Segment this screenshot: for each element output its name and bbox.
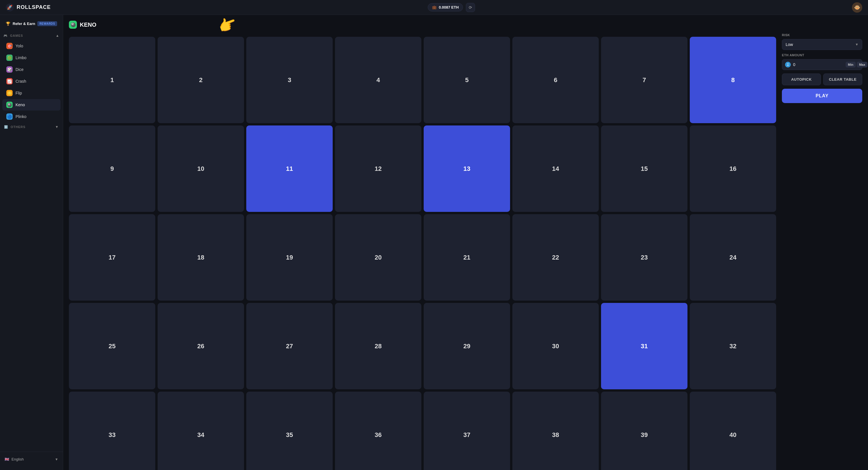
wallet-icon: 💼	[432, 5, 437, 9]
keno-cell-13[interactable]: 13	[424, 125, 510, 212]
others-left: ℹ️ OTHERS	[4, 125, 26, 129]
autopick-button[interactable]: AUTOPICK	[782, 74, 821, 85]
keno-cell-25[interactable]: 25	[69, 303, 155, 389]
keno-icon: 🎱	[6, 101, 12, 108]
app-name: ROLLSPACE	[17, 4, 51, 10]
keno-cell-4[interactable]: 4	[335, 37, 422, 123]
header: 🚀 ROLLSPACE 💼 0.0087 ETH ⟳ 🐵	[0, 0, 868, 15]
risk-value: Low	[786, 42, 793, 47]
keno-cell-30[interactable]: 30	[513, 303, 599, 389]
keno-cell-38[interactable]: 38	[513, 392, 599, 470]
keno-grid-container: 👉 12345678910111213141516171819202122232…	[69, 33, 776, 470]
keno-label: Keno	[16, 102, 25, 107]
games-chevron-icon: ▲	[56, 34, 59, 38]
keno-cell-19[interactable]: 19	[246, 214, 333, 301]
eth-amount-input[interactable]	[793, 62, 843, 67]
language-selector[interactable]: 🇬🇧 English ▼	[3, 456, 59, 463]
dice-label: Dice	[16, 67, 24, 72]
action-buttons: AUTOPICK CLEAR TABLE	[782, 74, 862, 85]
play-button[interactable]: PLAY	[782, 89, 862, 103]
keno-cell-26[interactable]: 26	[158, 303, 244, 389]
sidebar-item-yolo[interactable]: 🎯 Yolo	[2, 40, 61, 52]
sidebar-item-keno[interactable]: 🎱 Keno	[2, 99, 61, 111]
keno-cell-6[interactable]: 6	[513, 37, 599, 123]
games-icon: 🎮	[3, 34, 8, 38]
sidebar-item-flip[interactable]: 🪙 Flip	[2, 87, 61, 99]
keno-cell-17[interactable]: 17	[69, 214, 155, 301]
games-section-header[interactable]: 🎮 GAMES ▲	[0, 31, 63, 40]
keno-cell-2[interactable]: 2	[158, 37, 244, 123]
sidebar-item-crash[interactable]: 📈 Crash	[2, 76, 61, 87]
main-layout: 🏆 Refer & Earn REWARDS 🎮 GAMES ▲ 🎯 Yolo …	[0, 15, 868, 470]
keno-cell-3[interactable]: 3	[246, 37, 333, 123]
keno-cell-5[interactable]: 5	[424, 37, 510, 123]
keno-cell-24[interactable]: 24	[690, 214, 776, 301]
keno-cell-7[interactable]: 7	[601, 37, 687, 123]
plinko-icon: 🔵	[6, 113, 12, 120]
clear-table-button[interactable]: CLEAR TABLE	[823, 74, 862, 85]
min-button[interactable]: Min	[846, 62, 856, 67]
eth-amount-section: ETH AMOUNT Ξ Min Max	[782, 53, 862, 70]
keno-cell-34[interactable]: 34	[158, 392, 244, 470]
limbo-icon: 🟢	[6, 55, 12, 61]
risk-select[interactable]: Low ▼	[782, 39, 862, 50]
dice-icon: 🎲	[6, 66, 12, 72]
keno-cell-33[interactable]: 33	[69, 392, 155, 470]
flip-label: Flip	[16, 91, 22, 95]
rocket-icon: 🚀	[6, 3, 14, 11]
keno-cell-37[interactable]: 37	[424, 392, 510, 470]
keno-cell-39[interactable]: 39	[601, 392, 687, 470]
keno-cell-18[interactable]: 18	[158, 214, 244, 301]
keno-cell-16[interactable]: 16	[690, 125, 776, 212]
keno-cell-32[interactable]: 32	[690, 303, 776, 389]
max-button[interactable]: Max	[857, 62, 867, 67]
crash-label: Crash	[16, 79, 26, 84]
eth-input-row: Ξ Min Max	[782, 59, 862, 70]
crash-icon: 📈	[6, 78, 12, 84]
flip-icon: 🪙	[6, 90, 12, 96]
keno-cell-20[interactable]: 20	[335, 214, 422, 301]
language-chevron-icon: ▼	[55, 458, 58, 461]
keno-cell-14[interactable]: 14	[513, 125, 599, 212]
game-title: KENO	[80, 22, 96, 28]
keno-cell-21[interactable]: 21	[424, 214, 510, 301]
keno-cell-23[interactable]: 23	[601, 214, 687, 301]
balance-pill[interactable]: 💼 0.0087 ETH	[428, 3, 463, 11]
refer-earn-item[interactable]: 🏆 Refer & Earn REWARDS	[2, 18, 61, 29]
refresh-button[interactable]: ⟳	[466, 3, 475, 12]
keno-cell-22[interactable]: 22	[513, 214, 599, 301]
keno-cell-10[interactable]: 10	[158, 125, 244, 212]
keno-cell-40[interactable]: 40	[690, 392, 776, 470]
keno-cell-28[interactable]: 28	[335, 303, 422, 389]
keno-cell-11[interactable]: 11	[246, 125, 333, 212]
game-area: 👉 12345678910111213141516171819202122232…	[69, 33, 862, 470]
games-list: 🎯 Yolo 🟢 Limbo 🎲 Dice 📈 Crash 🪙 Flip 🎱 K…	[0, 40, 63, 123]
keno-cell-29[interactable]: 29	[424, 303, 510, 389]
language-label: English	[11, 457, 24, 461]
yolo-label: Yolo	[16, 43, 23, 48]
sidebar-item-plinko[interactable]: 🔵 Plinko	[2, 111, 61, 122]
limbo-label: Limbo	[16, 55, 26, 60]
min-max-buttons: Min Max	[846, 62, 867, 67]
refer-earn-left: 🏆 Refer & Earn	[6, 22, 35, 26]
keno-cell-12[interactable]: 12	[335, 125, 422, 212]
sidebar-item-limbo[interactable]: 🟢 Limbo	[2, 52, 61, 63]
content-area: 🎱 KENO 👉 1234567891011121314151617181920…	[63, 15, 868, 470]
keno-cell-8[interactable]: 8	[690, 37, 776, 123]
keno-cell-9[interactable]: 9	[69, 125, 155, 212]
refer-earn-label: Refer & Earn	[12, 22, 35, 26]
balance-amount: 0.0087 ETH	[439, 5, 459, 9]
others-section-header[interactable]: ℹ️ OTHERS ▼	[0, 123, 63, 131]
keno-cell-35[interactable]: 35	[246, 392, 333, 470]
keno-cell-36[interactable]: 36	[335, 392, 422, 470]
keno-cell-15[interactable]: 15	[601, 125, 687, 212]
plinko-label: Plinko	[16, 114, 26, 119]
keno-cell-31[interactable]: 31	[601, 303, 687, 389]
keno-grid: 1234567891011121314151617181920212223242…	[69, 37, 776, 470]
sidebar: 🏆 Refer & Earn REWARDS 🎮 GAMES ▲ 🎯 Yolo …	[0, 15, 63, 470]
keno-cell-27[interactable]: 27	[246, 303, 333, 389]
logo: 🚀 ROLLSPACE	[6, 3, 51, 11]
sidebar-item-dice[interactable]: 🎲 Dice	[2, 64, 61, 75]
keno-cell-1[interactable]: 1	[69, 37, 155, 123]
avatar[interactable]: 🐵	[852, 2, 862, 12]
